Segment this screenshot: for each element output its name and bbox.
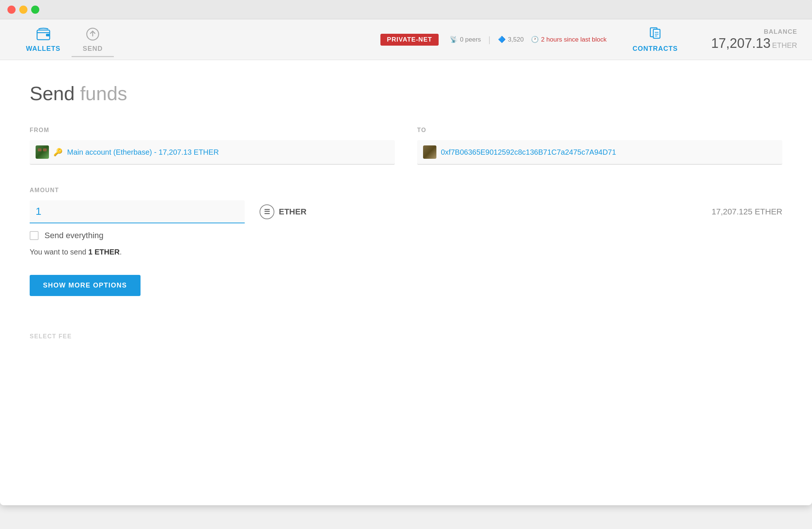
to-group: TO 0xf7B06365E9012592c8c136B71C7a2475c7A… [417,127,782,165]
contracts-label: CONTRACTS [633,45,678,53]
to-label: TO [417,127,782,134]
maximize-button[interactable] [31,6,39,14]
nav-item-wallets[interactable]: WALLETS [15,22,72,57]
network-status: 📡 0 peers | 🔷 3,520 🕐 2 hours since last… [450,35,607,45]
amount-row: ☰ ETHER 17,207.125 ETHER [30,200,782,223]
send-everything-label: Send everything [44,231,103,240]
summary-amount: 1 ETHER [88,248,119,256]
select-fee-label: SELECT FEE [30,333,782,340]
summary-suffix: . [120,248,122,256]
page-title-light: funds [75,83,127,104]
nav-item-contracts[interactable]: CONTRACTS [621,22,689,57]
to-address-text: 0xf7B06365E9012592c8c136B71C7a2475c7A94D… [441,148,616,157]
minimize-button[interactable] [19,6,27,14]
blocks-status: 🔷 3,520 [498,36,524,43]
balance-unit: ETHER [772,41,797,49]
balance-amount: 17,207.13ETHER [711,36,797,51]
time-status: 🕐 2 hours since last block [531,36,607,43]
title-bar [0,0,812,19]
blocks-label: 3,520 [508,36,524,43]
svg-rect-1 [46,34,50,36]
from-account-field[interactable]: 🔑 Main account (Etherbase) - 17,207.13 E… [30,140,395,165]
amount-section: AMOUNT ☰ ETHER 17,207.125 ETHER Send eve… [30,187,782,256]
balance-section: BALANCE 17,207.13ETHER [711,28,797,51]
from-avatar [36,145,49,159]
status-divider: | [488,35,491,45]
blocks-icon: 🔷 [498,36,506,43]
nav-item-send[interactable]: SEND [72,22,114,57]
available-balance: 17,207.125 ETHER [712,207,782,217]
contracts-icon [647,26,663,42]
app-window: WALLETS SEND PRIVATE-NET 📡 0 peers | 🔷 3… [0,0,812,505]
peers-icon: 📡 [450,36,458,43]
amount-input[interactable] [30,200,245,223]
currency-icon: ☰ [260,204,274,219]
to-avatar [423,145,436,159]
amount-label: AMOUNT [30,187,782,194]
send-everything-row: Send everything [30,231,782,240]
key-icon: 🔑 [53,148,63,157]
from-account-text: Main account (Etherbase) - 17,207.13 ETH… [67,148,219,157]
page-title: Send funds [30,82,782,105]
amount-input-wrap [30,200,245,223]
network-badge: PRIVATE-NET [380,34,439,46]
close-button[interactable] [7,6,16,14]
to-account-field[interactable]: 0xf7B06365E9012592c8c136B71C7a2475c7A94D… [417,140,782,165]
peers-status: 📡 0 peers [450,36,481,43]
show-more-options-button[interactable]: SHOW MORE OPTIONS [30,275,141,296]
summary-prefix: You want to send [30,248,88,256]
clock-icon: 🕐 [531,36,539,43]
page-title-strong: Send [30,83,75,104]
send-icon [85,26,100,42]
peers-label: 0 peers [460,36,481,43]
summary-text: You want to send 1 ETHER. [30,248,782,256]
traffic-lights [7,6,39,14]
time-label: 2 hours since last block [541,36,607,43]
from-to-section: FROM 🔑 Main account (Etherbase) - 17,207… [30,127,782,165]
from-group: FROM 🔑 Main account (Etherbase) - 17,207… [30,127,395,165]
main-content: Send funds FROM 🔑 Main account (Etherbas… [0,60,812,505]
currency-selector[interactable]: ☰ ETHER [260,204,307,219]
wallets-label: WALLETS [26,45,60,53]
balance-number: 17,207.13 [711,36,770,51]
navbar: WALLETS SEND PRIVATE-NET 📡 0 peers | 🔷 3… [0,19,812,60]
send-label: SEND [83,45,103,53]
currency-label: ETHER [279,207,307,217]
from-label: FROM [30,127,395,134]
send-everything-checkbox[interactable] [30,231,39,240]
wallets-icon [36,26,51,42]
balance-label: BALANCE [711,28,797,36]
